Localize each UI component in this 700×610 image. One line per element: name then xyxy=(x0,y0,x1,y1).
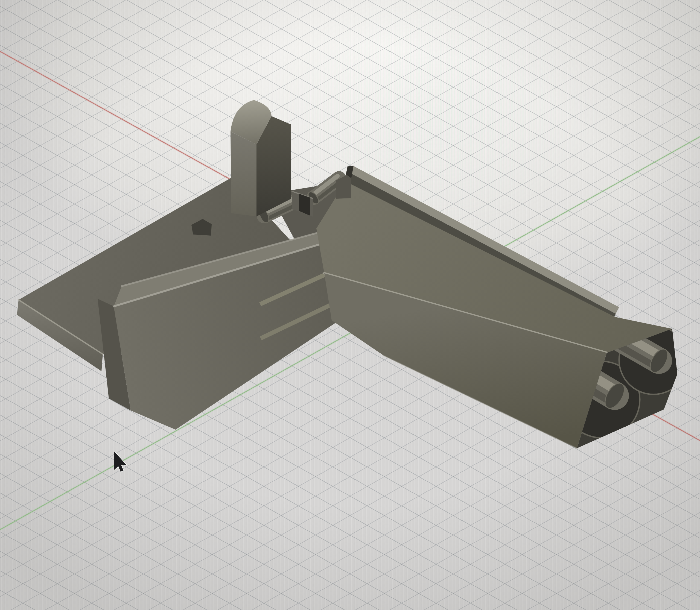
mouse-cursor-icon xyxy=(114,451,126,472)
model-3d-body[interactable] xyxy=(17,100,688,448)
dust-speck-2 xyxy=(624,124,626,126)
post-front-face xyxy=(231,131,256,216)
scene-layer xyxy=(0,0,700,610)
dust-speck-1 xyxy=(308,179,309,181)
cad-viewport[interactable] xyxy=(0,0,700,610)
arrow-pointer-icon xyxy=(114,451,126,472)
